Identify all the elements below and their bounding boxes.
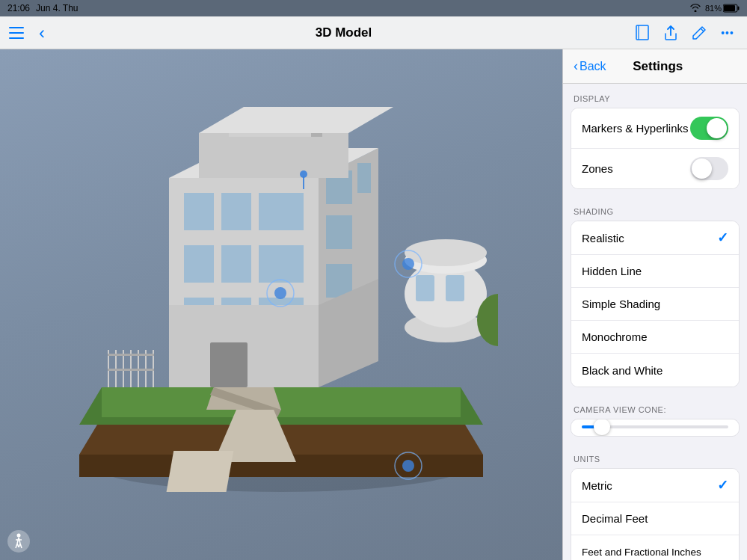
- display-section-header: DISPLAY: [563, 84, 747, 108]
- hidden-line-row[interactable]: Hidden Line: [571, 255, 739, 288]
- status-bar: 21:06 Jun 4. Thu 81%: [0, 0, 747, 16]
- svg-point-58: [274, 287, 286, 299]
- back-chevron-icon: ‹: [574, 58, 578, 74]
- svg-rect-5: [9, 37, 24, 39]
- metric-checkmark: ✓: [717, 477, 728, 493]
- back-label: Back: [580, 60, 606, 73]
- units-section-header: UNITS: [563, 444, 747, 468]
- svg-rect-24: [221, 193, 251, 230]
- shading-section-header: SHADING: [563, 197, 747, 221]
- back-arrow-icon[interactable]: ‹: [33, 24, 51, 42]
- markers-hyperlinks-row[interactable]: Markers & Hyperlinks: [571, 108, 739, 149]
- walk-mode-figure: [7, 530, 30, 553]
- model-area: [0, 49, 562, 560]
- battery-display: 81%: [705, 4, 740, 13]
- realistic-checkmark: ✓: [717, 230, 728, 246]
- svg-rect-34: [326, 215, 352, 249]
- time-display: 21:06: [7, 3, 30, 13]
- markers-toggle[interactable]: [690, 117, 728, 140]
- settings-header: ‹ Back Settings: [563, 49, 747, 84]
- display-group: Markers & Hyperlinks Zones: [571, 108, 740, 189]
- share-icon[interactable]: [662, 24, 680, 42]
- svg-rect-27: [221, 245, 251, 283]
- settings-panel: ‹ Back Settings DISPLAY Markers & Hyperl…: [562, 49, 747, 560]
- wifi-icon: [689, 3, 701, 14]
- svg-marker-10: [102, 387, 461, 417]
- camera-group: [571, 419, 740, 437]
- svg-rect-25: [259, 193, 304, 230]
- camera-slider-track[interactable]: [582, 425, 728, 428]
- svg-point-64: [17, 534, 21, 538]
- fractional-inches-label: Feet and Fractional Inches: [582, 547, 728, 558]
- markers-hyperlinks-label: Markers & Hyperlinks: [582, 122, 690, 135]
- svg-rect-49: [210, 342, 248, 387]
- simple-shading-label: Simple Shading: [582, 298, 728, 310]
- shading-group: Realistic ✓ Hidden Line Simple Shading M…: [571, 221, 740, 387]
- zones-row[interactable]: Zones: [571, 149, 739, 188]
- svg-point-63: [300, 170, 307, 178]
- hidden-line-label: Hidden Line: [582, 265, 728, 277]
- camera-slider-thumb[interactable]: [594, 419, 610, 435]
- svg-rect-23: [184, 193, 214, 230]
- more-icon[interactable]: •••: [719, 24, 737, 42]
- book-icon[interactable]: [633, 24, 651, 42]
- date-display: Jun 4. Thu: [36, 3, 78, 13]
- monochrome-label: Monochrome: [582, 330, 728, 343]
- toolbar-title: 3D Model: [60, 25, 627, 40]
- svg-rect-1: [738, 7, 740, 10]
- svg-rect-19: [108, 369, 154, 371]
- back-button[interactable]: ‹ Back: [574, 58, 606, 74]
- metric-label: Metric: [582, 479, 717, 492]
- decimal-feet-label: Decimal Feet: [582, 512, 728, 525]
- monochrome-row[interactable]: Monochrome: [571, 321, 739, 354]
- metric-row[interactable]: Metric ✓: [571, 469, 739, 502]
- svg-rect-2: [724, 5, 735, 11]
- svg-point-60: [402, 258, 414, 270]
- svg-marker-40: [199, 107, 393, 133]
- svg-rect-37: [199, 133, 348, 178]
- toolbar: ‹ 3D Model •••: [0, 16, 747, 49]
- svg-rect-3: [9, 27, 24, 28]
- black-white-row[interactable]: Black and White: [571, 354, 739, 387]
- camera-section-header: CAMERA VIEW CONE:: [563, 395, 747, 419]
- svg-rect-45: [416, 275, 434, 301]
- svg-point-62: [402, 460, 414, 472]
- svg-point-44: [405, 239, 487, 266]
- svg-rect-18: [108, 354, 154, 356]
- svg-rect-4: [9, 32, 24, 34]
- svg-rect-33: [357, 163, 371, 193]
- camera-slider-container: [571, 419, 739, 436]
- pencil-icon[interactable]: [690, 24, 708, 42]
- hamburger-menu-icon[interactable]: [7, 24, 25, 42]
- simple-shading-row[interactable]: Simple Shading: [571, 288, 739, 321]
- decimal-feet-row[interactable]: Decimal Feet: [571, 502, 739, 535]
- fractional-inches-row[interactable]: Feet and Fractional Inches: [571, 535, 739, 560]
- zones-toggle-knob: [692, 159, 712, 179]
- units-group: Metric ✓ Decimal Feet Feet and Fractiona…: [571, 468, 740, 560]
- settings-title: Settings: [609, 59, 707, 74]
- black-white-label: Black and White: [582, 364, 728, 377]
- svg-rect-46: [446, 275, 464, 301]
- realistic-label: Realistic: [582, 232, 717, 244]
- svg-rect-28: [259, 245, 304, 283]
- zones-toggle[interactable]: [690, 157, 728, 180]
- svg-rect-53: [167, 451, 234, 492]
- realistic-row[interactable]: Realistic ✓: [571, 221, 739, 255]
- zones-label: Zones: [582, 162, 690, 175]
- markers-toggle-knob: [707, 118, 727, 138]
- svg-rect-26: [184, 245, 214, 283]
